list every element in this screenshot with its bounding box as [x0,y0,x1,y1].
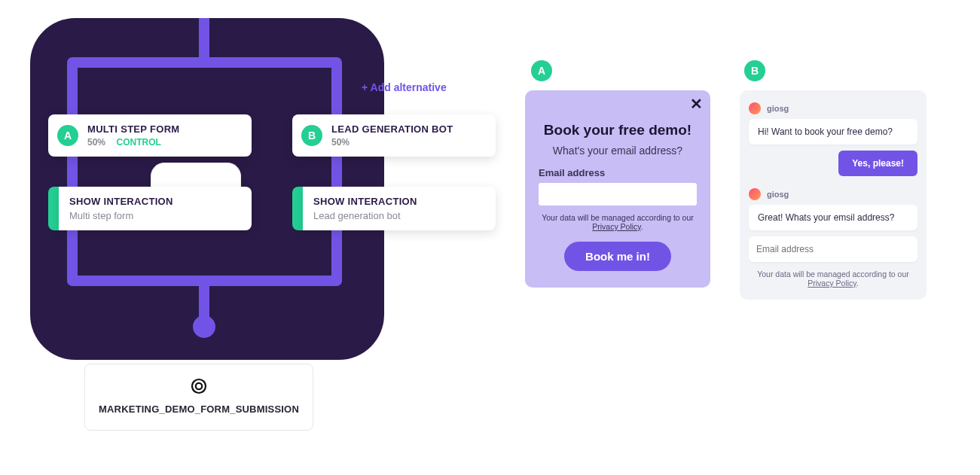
modal-heading: Book your free demo! [539,122,697,139]
variant-badge-b: B [301,125,322,146]
variant-title: MULTI STEP FORM [87,123,179,135]
goal-event-name: MARKETING_DEMO_FORM_SUBMISSION [93,403,305,415]
preview-badge-b: B [744,60,765,81]
bot-name: giosg [767,104,789,113]
email-field[interactable] [539,183,697,206]
bot-message: Hi! Want to book your free demo? [749,119,917,145]
bot-name: giosg [767,190,789,199]
variant-badge-a: A [57,125,78,146]
svg-point-1 [196,383,202,389]
action-type-label: SHOW INTERACTION [313,196,485,207]
goal-event-card[interactable]: MARKETING_DEMO_FORM_SUBMISSION [84,364,313,431]
flowline [199,18,209,63]
privacy-note: Your data will be managed according to o… [749,269,917,288]
flow-end-node [193,315,215,338]
action-type-label: SHOW INTERACTION [69,196,241,207]
demo-form-modal: ✕ Book your free demo! What's your email… [525,90,710,288]
privacy-note: Your data will be managed according to o… [539,213,697,231]
email-field[interactable] [749,236,917,262]
chatbot-preview: giosg Hi! Want to book your free demo? Y… [740,90,927,300]
action-value: Multi step form [69,210,241,221]
bot-avatar-icon [749,102,761,114]
control-badge: CONTROL [116,137,160,148]
preview-badge-a: A [531,60,552,81]
bot-avatar-icon [749,188,761,200]
modal-question: What's your email address? [539,145,697,157]
privacy-policy-link[interactable]: Privacy Policy [592,222,641,231]
book-me-in-button[interactable]: Book me in! [564,242,671,271]
variant-percent: 50% [331,137,350,148]
add-alternative-button[interactable]: + Add alternative [362,81,447,93]
close-icon[interactable]: ✕ [690,96,703,111]
target-icon [191,378,207,397]
variant-percent: 50% [87,137,105,148]
accent-bar [292,187,303,230]
privacy-policy-link[interactable]: Privacy Policy [808,279,856,288]
flowline [67,57,342,68]
variant-card-a[interactable]: A MULTI STEP FORM 50% CONTROL [48,114,252,157]
variant-card-b[interactable]: B LEAD GENERATION BOT 50% [292,114,496,157]
bot-message: Great! Whats your emsil address? [749,205,917,230]
decorative-notch [151,163,241,190]
show-interaction-card-a[interactable]: SHOW INTERACTION Multi step form [48,187,252,230]
quick-reply-button[interactable]: Yes, please! [838,151,917,176]
svg-point-0 [192,379,206,393]
accent-bar [48,187,59,230]
variant-title: LEAD GENERATION BOT [331,123,453,135]
flowline [67,63,78,282]
show-interaction-card-b[interactable]: SHOW INTERACTION Lead generation bot [292,187,496,230]
action-value: Lead generation bot [313,210,485,221]
flowline [331,63,342,282]
email-field-label: Email address [539,167,697,178]
